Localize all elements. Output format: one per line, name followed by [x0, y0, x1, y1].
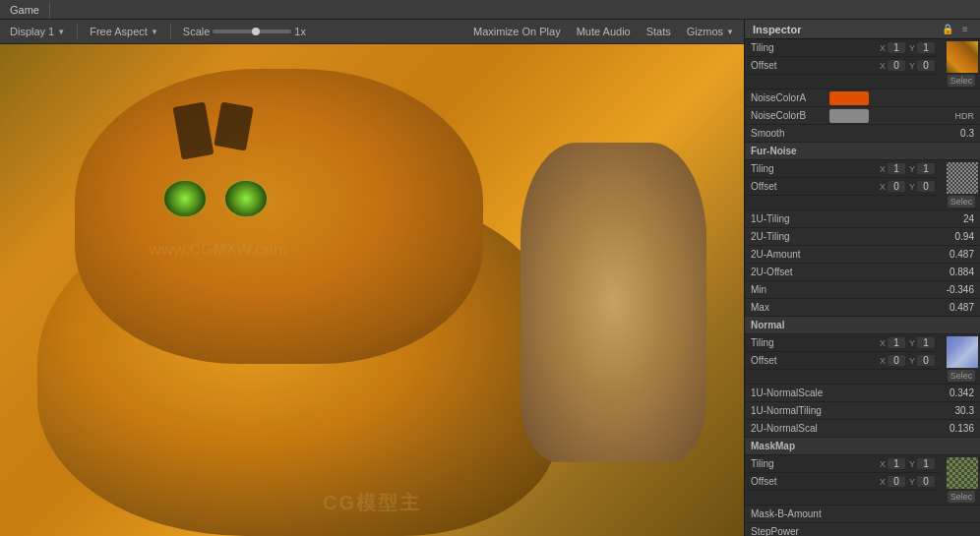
normal-texture-thumb[interactable] — [947, 336, 978, 368]
maskmap-label: MaskMap — [751, 441, 829, 451]
mute-audio-button[interactable]: Mute Audio — [573, 25, 635, 38]
stats-button[interactable]: Stats — [643, 25, 675, 38]
game-canvas: CG模型主 www.CGMXW.com — [0, 44, 744, 536]
fur-select-btn[interactable]: Selec — [948, 75, 976, 87]
1u-normaltiling-row: 1U-NormalTiling 30.3 — [745, 402, 980, 420]
min-label: Min — [751, 284, 829, 295]
2u-offset-row: 2U-Offset 0.884 — [745, 264, 980, 281]
fur-noise-header: Fur-Noise — [745, 143, 980, 160]
2u-normalscal-row: 2U-NormalScal 0.136 — [745, 420, 980, 438]
stats-label: Stats — [646, 26, 671, 37]
1u-tiling-value[interactable]: 24 — [829, 213, 974, 224]
1u-normaltiling-value[interactable]: 30.3 — [829, 405, 974, 416]
tiling-xy-3: X1 Y1 — [829, 337, 935, 348]
tiling-row-1: Tiling X1 Y1 — [745, 39, 941, 57]
mask-texture-thumb[interactable] — [947, 457, 978, 489]
max-value[interactable]: 0.487 — [829, 302, 974, 313]
separator1 — [77, 24, 78, 39]
offset-xy-1: X0 Y0 — [829, 60, 935, 71]
min-row: Min -0.346 — [745, 281, 980, 299]
noise-color-a-swatch[interactable] — [829, 91, 869, 105]
watermark-mid: www.CGMXW.com — [149, 241, 287, 259]
aspect-chevron: ▼ — [151, 28, 158, 36]
2u-tiling-label: 2U-Tiling — [751, 231, 829, 242]
offset-xy-2: X0 Y0 — [829, 181, 935, 192]
offset-xy-4: X0 Y0 — [829, 476, 935, 487]
2u-normalscal-label: 2U-NormalScal — [751, 423, 829, 434]
menu-icon[interactable]: ≡ — [958, 23, 972, 36]
fur-noise-label: Fur-Noise — [751, 146, 829, 156]
tiling-xy-1: X1 Y1 — [829, 42, 935, 53]
1u-tiling-label: 1U-Tiling — [751, 213, 829, 224]
game-tab[interactable]: Game — [0, 2, 50, 18]
aspect-selector[interactable]: Free Aspect ▼ — [86, 25, 162, 38]
maximize-label: Maximize On Play — [473, 26, 561, 37]
offset-row-1: Offset X0 Y0 — [745, 57, 941, 75]
scale-thumb — [252, 28, 260, 35]
mask-select-btn[interactable]: Selec — [948, 491, 976, 503]
noise-color-a-label: NoiseColorA — [751, 92, 829, 103]
step-power-label: StepPower — [751, 526, 829, 536]
2u-tiling-row: 2U-Tiling 0.94 — [745, 228, 980, 246]
display-chevron: ▼ — [57, 28, 65, 36]
maskmap-header: MaskMap — [745, 438, 980, 455]
noise-color-b-hdr: HDR — [872, 111, 974, 121]
cat-stripe1 — [172, 102, 214, 160]
min-value[interactable]: -0.346 — [829, 284, 974, 295]
smooth-row: Smooth 0.3 — [745, 125, 980, 143]
scale-control[interactable]: Scale 1x — [179, 25, 310, 38]
cat-stripe2 — [214, 101, 254, 150]
inspector-header: Inspector 🔒 ≡ — [745, 20, 980, 39]
offset-label-1: Offset — [751, 60, 829, 71]
max-row: Max 0.487 — [745, 299, 980, 317]
inspector-title: Inspector — [753, 24, 937, 35]
1u-normalscale-value[interactable]: 0.342 — [829, 387, 974, 398]
tiling-row-3: Tiling X1 Y1 — [745, 334, 941, 352]
main-content: Display 1 ▼ Free Aspect ▼ Scale 1x Maxim… — [0, 20, 980, 536]
noise-color-a-row: NoiseColorA — [745, 89, 980, 107]
lock-icon[interactable]: 🔒 — [941, 23, 954, 36]
offset-label-3: Offset — [751, 355, 829, 366]
aspect-label: Free Aspect — [90, 26, 148, 37]
1u-normalscale-label: 1U-NormalScale — [751, 387, 829, 398]
tiling-xy-2: X1 Y1 — [829, 163, 935, 174]
gizmos-button[interactable]: Gizmos ▼ — [683, 25, 738, 38]
noise-color-b-label: NoiseColorB — [751, 110, 829, 121]
noise-color-b-row: NoiseColorB HDR — [745, 107, 980, 125]
fur-texture-thumb[interactable] — [947, 41, 978, 73]
watermark-bottom: CG模型主 — [323, 490, 421, 516]
cat-eye-right — [225, 181, 267, 216]
2u-offset-label: 2U-Offset — [751, 267, 829, 277]
noise-color-b-swatch[interactable] — [829, 109, 869, 123]
offset-row-2: Offset X0 Y0 — [745, 178, 941, 196]
mute-label: Mute Audio — [577, 26, 631, 37]
1u-tiling-row: 1U-Tiling 24 — [745, 210, 980, 228]
scale-slider[interactable] — [213, 30, 291, 33]
top-bar: Game — [0, 0, 980, 20]
inspector-panel: Inspector 🔒 ≡ Tiling X1 Y1 Offset — [744, 20, 980, 536]
2u-amount-value[interactable]: 0.487 — [829, 249, 974, 260]
display-selector[interactable]: Display 1 ▼ — [6, 25, 69, 38]
normal-select-btn[interactable]: Selec — [948, 370, 976, 382]
offset-row-3: Offset X0 Y0 — [745, 352, 941, 370]
display-label: Display 1 — [10, 26, 54, 37]
normal-header: Normal — [745, 317, 980, 334]
max-label: Max — [751, 302, 829, 313]
mask-b-amount-row: Mask-B-Amount — [745, 506, 980, 523]
2u-normalscal-value[interactable]: 0.136 — [829, 423, 974, 434]
offset-row-4: Offset X0 Y0 — [745, 473, 941, 491]
separator2 — [170, 24, 171, 39]
cat-eye-left — [164, 181, 206, 216]
2u-amount-label: 2U-Amount — [751, 249, 829, 260]
tiling-label-4: Tiling — [751, 458, 829, 469]
smooth-value[interactable]: 0.3 — [829, 128, 974, 139]
noise-select-btn[interactable]: Selec — [948, 196, 976, 208]
maximize-on-play-button[interactable]: Maximize On Play — [469, 25, 565, 38]
tiling-label-2: Tiling — [751, 163, 829, 174]
game-viewport: Display 1 ▼ Free Aspect ▼ Scale 1x Maxim… — [0, 20, 744, 536]
step-power-row: StepPower — [745, 523, 980, 536]
noise-texture-thumb[interactable] — [947, 162, 978, 194]
2u-offset-value[interactable]: 0.884 — [829, 267, 974, 277]
2u-tiling-value[interactable]: 0.94 — [829, 231, 974, 242]
scale-label: Scale — [183, 26, 211, 37]
